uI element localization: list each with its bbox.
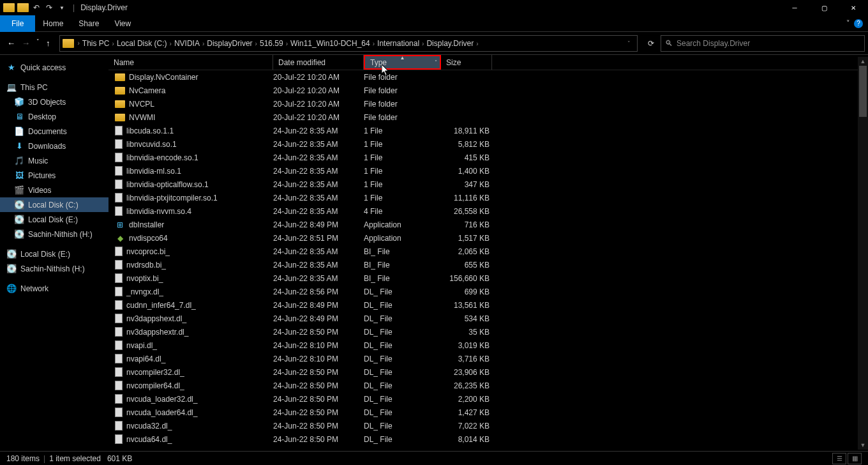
scroll-down-icon[interactable]: ▼	[858, 441, 868, 450]
file-name: nvcuda_loader64.dl_	[126, 408, 197, 417]
nav-quick-access[interactable]: ★Quick access	[0, 60, 108, 75]
column-size[interactable]: Size	[441, 55, 492, 70]
file-row[interactable]: NVWMI20-Jul-22 10:20 AMFile folder	[108, 111, 868, 124]
file-row[interactable]: nvapi64.dl_24-Jun-22 8:10 PMDL_ File3,71…	[108, 352, 868, 365]
column-filter-icon[interactable]: ˅	[435, 59, 437, 65]
nav-this-pc[interactable]: 💻This PC	[0, 80, 108, 95]
nav-item[interactable]: 📄Documents	[0, 124, 108, 139]
breadcrumb-segment[interactable]: Win11_Win10-DCH_64	[289, 39, 371, 48]
chevron-right-icon[interactable]: ›	[77, 40, 81, 47]
file-row[interactable]: nvcuda_loader64.dl_24-Jun-22 8:50 PMDL_ …	[108, 406, 868, 419]
file-row[interactable]: _nvngx.dl_24-Jun-22 8:56 PMDL_ File699 K…	[108, 285, 868, 298]
file-row[interactable]: libnvidia-encode.so.124-Jun-22 8:35 AM1 …	[108, 151, 868, 164]
file-row[interactable]: NvCamera20-Jul-22 10:20 AMFile folder	[108, 84, 868, 97]
column-type[interactable]: ▲Type˅	[364, 55, 441, 70]
file-row[interactable]: ⊞dbInstaller24-Jun-22 8:49 PMApplication…	[108, 218, 868, 231]
file-row[interactable]: nvdrsdb.bi_24-Jun-22 8:35 AMBI_ File655 …	[108, 258, 868, 271]
column-date[interactable]: Date modified	[273, 55, 364, 70]
file-row[interactable]: nvapi.dl_24-Jun-22 8:10 PMDL_ File3,019 …	[108, 339, 868, 352]
file-row[interactable]: nvcoproc.bi_24-Jun-22 8:35 AMBI_ File2,0…	[108, 245, 868, 258]
maximize-button[interactable]: ▢	[809, 0, 839, 15]
file-date: 24-Jun-22 8:50 PM	[273, 422, 364, 431]
file-row[interactable]: NVCPL20-Jul-22 10:20 AMFile folder	[108, 97, 868, 111]
breadcrumb-segment[interactable]: Local Disk (C:)	[116, 39, 168, 48]
vertical-scrollbar[interactable]: ▲ ▼	[858, 57, 868, 450]
file-row[interactable]: nvcuda32.dl_24-Jun-22 8:50 PMDL_ File7,0…	[108, 419, 868, 432]
nav-item[interactable]: 💽Sachin-Nithish (H:)	[0, 227, 108, 241]
redo-icon[interactable]: ↷	[44, 3, 54, 13]
chevron-right-icon[interactable]: ›	[285, 40, 289, 47]
nav-item[interactable]: 💽Local Disk (E:)	[0, 212, 108, 227]
help-icon[interactable]: ?	[854, 19, 863, 28]
up-button[interactable]: ↑	[46, 38, 50, 48]
file-row[interactable]: nv3dappshextr.dl_24-Jun-22 8:50 PMDL_ Fi…	[108, 325, 868, 339]
qat-dropdown-icon[interactable]: ▼	[57, 3, 67, 13]
column-name[interactable]: Name	[108, 55, 273, 70]
address-dropdown-icon[interactable]: ˅	[627, 40, 634, 47]
breadcrumb-segment[interactable]: DisplayDriver	[206, 39, 253, 48]
nav-item[interactable]: 🧊3D Objects	[0, 95, 108, 109]
tab-share[interactable]: Share	[71, 15, 107, 32]
folder-icon	[115, 100, 125, 108]
file-row[interactable]: Display.NvContainer20-Jul-22 10:20 AMFil…	[108, 70, 868, 84]
refresh-button[interactable]: ⟳	[643, 39, 659, 48]
chevron-right-icon[interactable]: ›	[254, 40, 258, 47]
nav-item[interactable]: 🖼Pictures	[0, 168, 108, 183]
file-row[interactable]: nv3dappshext.dl_24-Jun-22 8:49 PMDL_ Fil…	[108, 312, 868, 325]
minimize-button[interactable]: ─	[780, 0, 809, 15]
file-row[interactable]: nvoptix.bi_24-Jun-22 8:35 AMBI_ File156,…	[108, 271, 868, 285]
file-date: 20-Jul-22 10:20 AM	[273, 86, 364, 95]
file-type: 1 File	[364, 140, 441, 149]
scrollbar-thumb[interactable]	[859, 66, 867, 117]
nav-item[interactable]: 🖥Desktop	[0, 109, 108, 124]
file-row[interactable]: nvcompiler32.dl_24-Jun-22 8:50 PMDL_ Fil…	[108, 365, 868, 379]
tab-file[interactable]: File	[0, 15, 35, 32]
ribbon-expand-icon[interactable]: ˅	[846, 19, 850, 27]
file-row[interactable]: nvcuda_loader32.dl_24-Jun-22 8:50 PMDL_ …	[108, 392, 868, 406]
scroll-up-icon[interactable]: ▲	[858, 57, 868, 66]
chevron-right-icon[interactable]: ›	[371, 40, 376, 47]
file-row[interactable]: libnvcuvid.so.124-Jun-22 8:35 AM1 File5,…	[108, 137, 868, 151]
chevron-right-icon[interactable]: ›	[168, 40, 173, 47]
back-button[interactable]: ←	[7, 38, 15, 48]
file-row[interactable]: libcuda.so.1.124-Jun-22 8:35 AM1 File18,…	[108, 124, 868, 137]
tab-view[interactable]: View	[107, 15, 138, 32]
nav-network[interactable]: 🌐Network	[0, 281, 108, 296]
chevron-right-icon[interactable]: ›	[475, 40, 479, 47]
folder-icon	[115, 114, 125, 121]
breadcrumb[interactable]: › This PC›Local Disk (C:)›NVIDIA›Display…	[59, 35, 638, 52]
breadcrumb-segment[interactable]: 516.59	[258, 39, 285, 48]
tab-home[interactable]: Home	[35, 15, 71, 32]
nav-item[interactable]: 🎵Music	[0, 153, 108, 168]
file-row[interactable]: nvcompiler64.dl_24-Jun-22 8:50 PMDL_ Fil…	[108, 379, 868, 392]
file-icon	[115, 287, 123, 296]
file-row[interactable]: libnvidia-ml.so.124-Jun-22 8:35 AM1 File…	[108, 164, 868, 178]
nav-drive[interactable]: 💽Sachin-Nithish (H:)	[0, 261, 108, 276]
undo-icon[interactable]: ↶	[31, 3, 41, 13]
file-type: File folder	[364, 113, 441, 122]
nav-item[interactable]: 💽Local Disk (C:)	[0, 197, 108, 212]
nav-item[interactable]: 🎬Videos	[0, 183, 108, 197]
file-row[interactable]: libnvidia-nvvm.so.424-Jun-22 8:35 AM4 Fi…	[108, 204, 868, 218]
recent-dropdown-icon[interactable]: ˅	[36, 38, 40, 48]
qat-open-icon[interactable]	[17, 3, 29, 12]
breadcrumb-segment[interactable]: This PC	[81, 39, 111, 48]
close-button[interactable]: ✕	[839, 0, 868, 15]
nav-item[interactable]: ⬇Downloads	[0, 139, 108, 153]
file-type: DL_ File	[364, 354, 441, 363]
file-row[interactable]: nvcuda64.dl_24-Jun-22 8:50 PMDL_ File8,0…	[108, 432, 868, 446]
chevron-right-icon[interactable]: ›	[111, 40, 116, 47]
breadcrumb-segment[interactable]: International	[376, 39, 421, 48]
nav-drive[interactable]: 💽Local Disk (E:)	[0, 247, 108, 261]
icons-view-button[interactable]: ▦	[848, 453, 862, 464]
search-input[interactable]: 🔍︎ Search Display.Driver	[661, 35, 865, 52]
file-row[interactable]: libnvidia-opticalflow.so.124-Jun-22 8:35…	[108, 178, 868, 191]
file-row[interactable]: libnvidia-ptxjitcompiler.so.124-Jun-22 8…	[108, 191, 868, 204]
file-row[interactable]: cudnn_infer64_7.dl_24-Jun-22 8:49 PMDL_ …	[108, 298, 868, 312]
details-view-button[interactable]: ☰	[832, 453, 846, 464]
forward-button[interactable]: →	[22, 38, 30, 48]
file-type: 1 File	[364, 167, 441, 176]
file-row[interactable]: ◆nvdispco6424-Jun-22 8:51 PMApplication1…	[108, 231, 868, 245]
breadcrumb-segment[interactable]: NVIDIA	[173, 39, 201, 48]
breadcrumb-segment[interactable]: Display.Driver	[425, 39, 475, 48]
